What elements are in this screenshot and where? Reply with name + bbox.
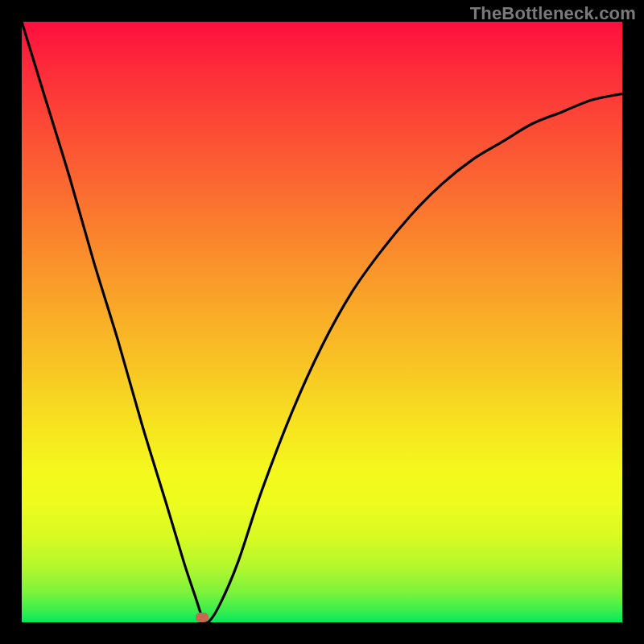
chart-frame: TheBottleneck.com (0, 0, 644, 644)
watermark-text: TheBottleneck.com (470, 3, 636, 24)
optimum-marker (196, 613, 208, 622)
bottleneck-curve (22, 22, 622, 622)
curve-path (22, 22, 622, 623)
